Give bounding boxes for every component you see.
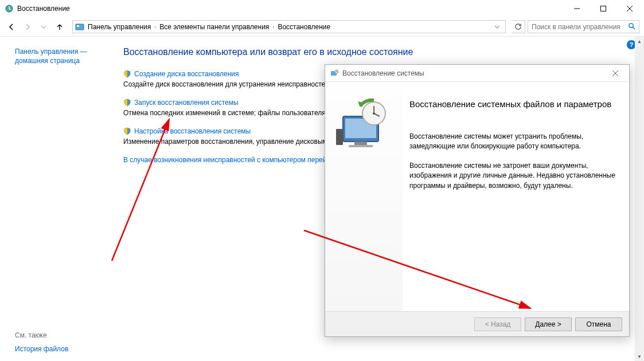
back-button: < Назад [474, 317, 521, 331]
navigation-toolbar: Панель управления › Все элементы панели … [0, 17, 644, 37]
scroll-down-icon[interactable]: ▼ [635, 352, 644, 361]
forward-button[interactable] [21, 20, 34, 34]
recovery-icon [5, 4, 14, 13]
svg-rect-6 [77, 25, 79, 27]
option-link[interactable]: Настройка восстановления системы [134, 127, 251, 135]
dialog-banner [325, 82, 403, 311]
dialog-body: Восстановление системных файлов и параме… [325, 82, 629, 311]
dialog-title: Восстановление системы [342, 69, 424, 77]
page-heading: Восстановление компьютера или возврат ег… [123, 47, 621, 57]
minimize-button[interactable] [564, 0, 590, 17]
control-panel-home-link[interactable]: Панель управления — домашняя страница [15, 47, 115, 65]
next-button[interactable]: Далее > [525, 317, 572, 331]
search-icon[interactable] [628, 22, 635, 32]
window-titlebar: Восстановление [0, 0, 644, 17]
restore-icon [330, 69, 339, 78]
svg-point-21 [373, 112, 375, 115]
vertical-scrollbar[interactable]: ▲ ▼ [635, 37, 644, 361]
shield-icon [123, 127, 131, 135]
breadcrumb-item[interactable]: Все элементы панели управления [159, 23, 269, 31]
svg-rect-17 [336, 129, 343, 145]
window-title: Восстановление [17, 5, 70, 13]
dialog-heading: Восстановление системных файлов и параме… [409, 99, 618, 109]
search-box[interactable] [528, 20, 639, 33]
control-panel-icon [75, 22, 84, 32]
scroll-up-icon[interactable]: ▲ [635, 37, 644, 46]
option-link[interactable]: Запуск восстановления системы [134, 99, 239, 107]
dialog-content: Восстановление системных файлов и параме… [403, 82, 629, 311]
dialog-close-button[interactable] [604, 65, 627, 81]
restore-computer-icon [333, 93, 396, 156]
shield-icon [123, 99, 131, 107]
breadcrumb-item[interactable]: Восстановление [278, 23, 330, 31]
refresh-button[interactable] [512, 20, 525, 33]
file-history-link[interactable]: История файлов [15, 345, 68, 353]
shield-icon [123, 70, 131, 78]
dialog-footer: < Назад Далее > Отмена [325, 311, 629, 336]
search-input[interactable] [532, 23, 635, 31]
breadcrumb-item[interactable]: Панель управления [88, 23, 151, 31]
close-button[interactable] [616, 0, 643, 17]
sidebar: Панель управления — домашняя страница [0, 47, 123, 166]
system-restore-dialog: Восстановление системы Восстановление си… [325, 64, 630, 337]
svg-line-8 [633, 27, 635, 29]
svg-point-7 [629, 23, 633, 27]
chevron-right-icon: › [154, 24, 156, 30]
option-link[interactable]: Создание диска восстановления [134, 70, 239, 78]
dialog-paragraph: Восстановление системы может устранить п… [409, 132, 618, 152]
see-also-header: См. также [15, 331, 68, 339]
svg-rect-16 [349, 145, 373, 147]
svg-rect-15 [354, 142, 367, 145]
address-dropdown[interactable] [491, 21, 503, 33]
address-bar[interactable]: Панель управления › Все элементы панели … [72, 20, 506, 33]
recent-dropdown[interactable] [37, 20, 50, 34]
up-button[interactable] [53, 20, 67, 34]
svg-rect-2 [601, 6, 606, 11]
chevron-right-icon: › [272, 24, 274, 30]
see-also-section: См. также История файлов [15, 331, 68, 353]
dialog-paragraph: Восстановление системы не затронет ваши … [409, 161, 618, 191]
dialog-titlebar: Восстановление системы [325, 65, 629, 82]
back-button[interactable] [5, 20, 18, 34]
cancel-button[interactable]: Отмена [575, 317, 622, 331]
maximize-button[interactable] [590, 0, 616, 17]
